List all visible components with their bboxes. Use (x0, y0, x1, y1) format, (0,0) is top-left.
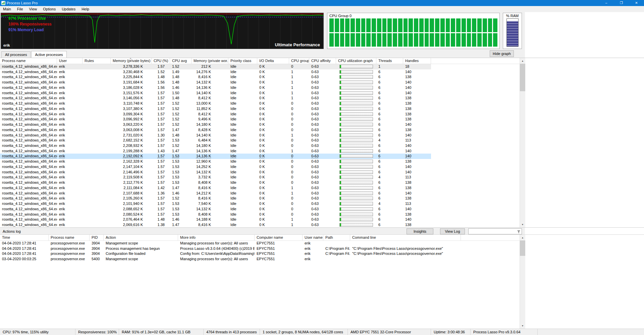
process-row[interactable]: rosetta_4.12_windows_x86_64.exeerik3,230… (0, 69, 431, 75)
process-row[interactable]: rosetta_4.12_windows_x86_64.exeerik3,099… (0, 112, 431, 117)
process-row[interactable]: rosetta_4.12_windows_x86_64.exeerik2,080… (0, 212, 431, 217)
column-header-3[interactable]: Memory (private bytes)˄ (111, 58, 152, 64)
hide-graph-button[interactable]: Hide graph (490, 50, 514, 57)
cpu-core-cell (335, 18, 339, 32)
minimize-button[interactable]: – (599, 0, 614, 6)
column-header-5[interactable]: CPU avg (170, 58, 192, 64)
menu-item-main[interactable]: Main (0, 6, 14, 12)
menu-item-view[interactable]: View (26, 6, 40, 12)
close-button[interactable]: ✕ (629, 0, 644, 6)
log-scroll-thumb[interactable] (520, 240, 525, 256)
scroll-down-icon[interactable]: ▼ (520, 222, 525, 227)
scroll-thumb[interactable] (520, 64, 525, 91)
log-column-header-3[interactable]: Action (104, 235, 178, 240)
process-row[interactable]: rosetta_4.12_windows_x86_64.exeerik3,096… (0, 117, 431, 122)
cell-affinity: 0-63 (309, 101, 336, 106)
process-table-scrollbar[interactable]: ▲ ▼ (520, 58, 525, 227)
log-column-header-6[interactable]: User name (303, 235, 323, 240)
process-row[interactable]: rosetta_4.12_windows_x86_64.exeerik2,731… (0, 133, 431, 138)
log-column-header-5[interactable]: Computer name (255, 235, 303, 240)
column-header-11[interactable]: CPU utilization graph (336, 58, 376, 64)
menu-item-file[interactable]: File (14, 6, 26, 12)
process-row[interactable]: rosetta_4.12_windows_x86_64.exeerik2,107… (0, 191, 431, 196)
status-segment-5: AMD EPYC 7551 32-Core Processor (348, 329, 431, 335)
process-row[interactable]: rosetta_4.12_windows_x86_64.exeerik3,063… (0, 122, 431, 127)
log-scroll-down-icon[interactable]: ▼ (520, 323, 525, 329)
cell-handles: 140 (403, 191, 431, 196)
process-row[interactable]: rosetta_4.12_windows_x86_64.exeerik3,225… (0, 74, 431, 80)
log-row[interactable]: 03-04-2020 00:03:25processgovernor.exe54… (0, 257, 644, 262)
log-filter-input[interactable] (469, 229, 516, 234)
menu-item-options[interactable]: Options (40, 6, 59, 12)
insights-button[interactable]: Insights (407, 228, 433, 234)
process-row[interactable]: rosetta_4.12_windows_x86_64.exeerik3,107… (0, 106, 431, 112)
menu-item-updates[interactable]: Updates (59, 6, 78, 12)
process-row[interactable]: rosetta_4.12_windows_x86_64.exeerik2,208… (0, 143, 431, 149)
process-row[interactable]: rosetta_4.12_windows_x86_64.exeerik2,088… (0, 207, 431, 212)
cell-handles: 140 (403, 133, 431, 138)
maximize-button[interactable]: ❐ (614, 0, 629, 6)
column-header-7[interactable]: Priority class (228, 58, 257, 64)
process-row[interactable]: rosetta_4.12_windows_x86_64.exeerik2,112… (0, 180, 431, 185)
process-row[interactable]: rosetta_4.12_windows_x86_64.exeerik3,186… (0, 85, 431, 91)
scroll-track[interactable] (520, 64, 525, 222)
process-row[interactable]: rosetta_4.12_windows_x86_64.exeerik2,146… (0, 170, 431, 175)
cpu-core-cell (404, 33, 408, 47)
column-header-4[interactable]: CPU (%) (152, 58, 170, 64)
tab-all-processes[interactable]: All processes (1, 51, 31, 58)
cell-name: rosetta_4.12_windows_x86_64.exe (0, 117, 57, 122)
log-row[interactable]: 04-04-2020 17:28:41processgovernor.exe39… (0, 251, 644, 257)
log-scroll-track[interactable] (520, 240, 525, 323)
process-row[interactable]: rosetta_4.12_windows_x86_64.exeerik2,069… (0, 222, 431, 227)
process-row[interactable]: rosetta_4.12_windows_x86_64.exeerik2,199… (0, 149, 431, 154)
log-column-header-4[interactable]: More info (178, 235, 255, 240)
process-row[interactable]: rosetta_4.12_windows_x86_64.exeerik2,101… (0, 201, 431, 207)
cell-priority: Idle (228, 101, 257, 106)
process-row[interactable]: rosetta_4.12_windows_x86_64.exeerik3,191… (0, 80, 431, 85)
process-row[interactable]: rosetta_4.12_windows_x86_64.exeerik2,147… (0, 164, 431, 170)
column-header-1[interactable]: User (57, 58, 83, 64)
log-column-header-7[interactable]: Path (323, 235, 350, 240)
log-row[interactable]: 04-04-2020 17:28:41processgovernor.exe39… (0, 246, 644, 252)
column-header-9[interactable]: CPU groups (289, 58, 309, 64)
log-column-header-8[interactable]: Command line (350, 235, 461, 240)
scroll-up-icon[interactable]: ▲ (520, 58, 525, 64)
process-row[interactable]: rosetta_4.12_windows_x86_64.exeerik2,111… (0, 185, 431, 191)
cell-name: rosetta_4.12_windows_x86_64.exe (0, 207, 57, 212)
menu-item-help[interactable]: Help (78, 6, 92, 12)
log-column-header-1[interactable]: Process name (49, 235, 90, 240)
cell-ws: 14,140 K (192, 133, 228, 138)
view-log-button[interactable]: View Log (440, 228, 465, 234)
column-header-13[interactable]: Handles (403, 58, 431, 64)
cell-rules (83, 80, 111, 85)
process-row[interactable]: rosetta_4.12_windows_x86_64.exeerik3,151… (0, 91, 431, 96)
tab-active-processes[interactable]: Active processes (31, 51, 66, 58)
filter-funnel-icon[interactable] (516, 229, 522, 234)
process-row[interactable]: rosetta_4.12_windows_x86_64.exeerik2,162… (0, 159, 431, 164)
process-row[interactable]: rosetta_4.12_windows_x86_64.exeerik3,146… (0, 96, 431, 101)
log-scrollbar[interactable]: ▲ ▼ (520, 235, 525, 329)
column-header-6[interactable]: Memory (private wor... (192, 58, 228, 64)
column-header-10[interactable]: CPU affinity (309, 58, 336, 64)
process-row[interactable]: rosetta_4.12_windows_x86_64.exeerik3,063… (0, 127, 431, 133)
column-header-2[interactable]: Rules (83, 58, 111, 64)
process-row[interactable]: rosetta_4.12_windows_x86_64.exeerik2,076… (0, 217, 431, 222)
column-header-0[interactable]: Process name (0, 58, 57, 64)
log-row[interactable]: 04-04-2020 17:28:41processgovernor.exe39… (0, 241, 644, 246)
log-column-header-0[interactable]: Time (0, 235, 49, 240)
process-row[interactable]: rosetta_4.12_windows_x86_64.exeerik2,682… (0, 138, 431, 143)
process-row[interactable]: rosetta_4.12_windows_x86_64.exeerik2,119… (0, 175, 431, 180)
cpu-core-cell (393, 18, 397, 32)
log-scroll-up-icon[interactable]: ▲ (520, 235, 525, 240)
process-row[interactable]: rosetta_4.12_windows_x86_64.exeerik2,192… (0, 154, 431, 159)
cell-affinity: 0-63 (309, 175, 336, 180)
process-row[interactable]: rosetta_4.12_windows_x86_64.exeerik2,105… (0, 196, 431, 201)
column-header-12[interactable]: Threads (376, 58, 403, 64)
process-row[interactable]: rosetta_4.12_windows_x86_64.exeerik3,110… (0, 101, 431, 106)
cell-name: rosetta_4.12_windows_x86_64.exe (0, 101, 57, 106)
column-header-8[interactable]: I/O Delta (257, 58, 289, 64)
cell-handles: 140 (403, 164, 431, 170)
log-cell-cmd (350, 241, 461, 246)
log-column-header-2[interactable]: PID (90, 235, 104, 240)
process-row[interactable]: rosetta_4.12_windows_x86_64.exeerik3,278… (0, 64, 431, 69)
